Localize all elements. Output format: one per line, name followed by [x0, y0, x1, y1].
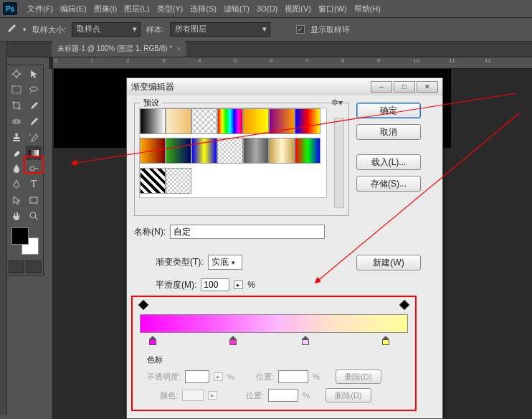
load-button[interactable]: 载入(L)...: [356, 154, 421, 170]
opacity-stops-row[interactable]: [140, 301, 408, 311]
move-tool[interactable]: [9, 67, 24, 81]
pen-tool[interactable]: [9, 177, 24, 192]
menu-image[interactable]: 图像(I): [91, 2, 120, 16]
svg-rect-5: [29, 150, 39, 156]
preset-thumb[interactable]: [243, 138, 269, 164]
opacity-stop[interactable]: [401, 301, 408, 309]
path-select-tool[interactable]: [9, 193, 24, 207]
preset-thumb[interactable]: [269, 108, 295, 134]
save-button[interactable]: 存储(S)...: [356, 176, 421, 192]
lasso-tool[interactable]: [26, 83, 42, 97]
preset-thumb[interactable]: [191, 108, 217, 134]
menu-edit[interactable]: 编辑(E): [57, 2, 90, 16]
menu-select[interactable]: 选择(S): [187, 2, 219, 16]
standard-mode-button[interactable]: [9, 260, 24, 273]
preset-thumb[interactable]: [269, 138, 295, 164]
foreground-color[interactable]: [11, 227, 29, 245]
stamp-tool[interactable]: [9, 130, 24, 144]
dodge-tool[interactable]: [26, 161, 42, 176]
sample-select[interactable]: 所有图层: [170, 22, 270, 37]
new-button[interactable]: 新建(W): [356, 255, 421, 270]
maximize-button[interactable]: □: [394, 81, 415, 93]
color-swatches[interactable]: [9, 225, 42, 256]
color-swatch-field: [182, 390, 204, 401]
document-tab[interactable]: 未标题-1 @ 100% (图层 1, RGB/8) * ×: [52, 41, 186, 57]
marquee-tool[interactable]: [9, 83, 24, 97]
smoothness-slider-icon[interactable]: ▸: [234, 281, 243, 289]
preset-thumb[interactable]: [140, 138, 166, 164]
gradient-tool[interactable]: [26, 146, 42, 160]
healing-tool[interactable]: [9, 114, 24, 128]
svg-rect-7: [30, 197, 37, 203]
eraser-tool[interactable]: [9, 146, 24, 160]
color-pos-label: 位置:: [246, 390, 264, 401]
preset-thumb[interactable]: [295, 138, 320, 164]
gradient-editor-dialog: 渐变编辑器 ─ □ ✕ 预设 ✲▾ 名称(N): 渐变类型(T): 实底: [126, 77, 443, 419]
menu-3d[interactable]: 3D(D): [254, 3, 280, 14]
zoom-tool[interactable]: [26, 209, 42, 223]
sample-label: 样本:: [146, 24, 164, 35]
menu-window[interactable]: 窗口(W): [315, 2, 350, 16]
menu-file[interactable]: 文件(F): [24, 2, 56, 16]
opacity-pos-label: 位置:: [256, 372, 274, 382]
blur-tool[interactable]: [9, 161, 24, 176]
preset-thumb[interactable]: [217, 108, 243, 134]
menu-filter[interactable]: 滤镜(T): [221, 2, 252, 16]
smoothness-label: 平滑度(M):: [156, 279, 196, 291]
color-stop[interactable]: [382, 336, 391, 346]
name-input[interactable]: [170, 225, 325, 239]
cancel-button[interactable]: 取消: [356, 124, 421, 140]
minimize-button[interactable]: ─: [371, 81, 392, 93]
type-select[interactable]: 实底: [208, 255, 242, 270]
type-label: 渐变类型(T):: [156, 256, 204, 268]
close-button[interactable]: ✕: [417, 81, 438, 93]
preset-thumb[interactable]: [140, 168, 166, 194]
svg-point-8: [30, 212, 36, 218]
sample-size-select[interactable]: 取样点: [72, 22, 141, 37]
presets-label: 预设: [141, 98, 162, 108]
menu-help[interactable]: 帮助(H): [351, 2, 384, 16]
color-stops-row[interactable]: [140, 336, 408, 349]
preset-thumb[interactable]: [140, 108, 166, 134]
arrow-tool[interactable]: [26, 67, 42, 81]
color-stop[interactable]: [302, 336, 310, 346]
color-stop[interactable]: [229, 336, 238, 346]
type-tool[interactable]: T: [26, 177, 42, 192]
color-pos-field: [268, 389, 298, 402]
menu-bar: Ps 文件(F) 编辑(E) 图像(I) 图层(L) 类型(Y) 选择(S) 滤…: [0, 0, 532, 17]
preset-thumb[interactable]: [191, 138, 217, 164]
vertical-ruler: [49, 69, 53, 419]
preset-thumb[interactable]: [166, 168, 191, 194]
eyedropper-tool[interactable]: [26, 98, 42, 113]
preset-thumb[interactable]: [217, 138, 243, 164]
opacity-stop[interactable]: [140, 301, 147, 309]
preset-thumb[interactable]: [166, 108, 191, 134]
preset-scrollbar[interactable]: [334, 118, 344, 208]
ok-button[interactable]: 确定: [356, 103, 421, 118]
dialog-titlebar[interactable]: 渐变编辑器 ─ □ ✕: [127, 78, 442, 95]
color-stop[interactable]: [149, 336, 158, 346]
crop-tool[interactable]: [9, 98, 24, 113]
document-tab-title: 未标题-1 @ 100% (图层 1, RGB/8) *: [57, 44, 172, 54]
smoothness-input[interactable]: [201, 278, 229, 291]
quickmask-mode-button[interactable]: [26, 260, 42, 273]
menu-type[interactable]: 类型(Y): [154, 2, 186, 16]
horizontal-ruler: 0123456789101112: [53, 57, 532, 69]
close-tab-icon[interactable]: ×: [176, 45, 181, 53]
dropdown-icon[interactable]: ▾: [23, 26, 27, 33]
preset-thumb[interactable]: [166, 138, 191, 164]
menu-view[interactable]: 视图(V): [282, 2, 314, 16]
shape-tool[interactable]: [26, 193, 42, 207]
history-brush-tool[interactable]: [26, 130, 42, 144]
show-ring-checkbox[interactable]: ✓: [296, 25, 305, 34]
svg-point-4: [17, 121, 19, 123]
presets-menu-icon[interactable]: ✲▾: [331, 98, 343, 108]
preset-thumb[interactable]: [295, 108, 320, 134]
svg-rect-0: [12, 86, 21, 93]
brush-tool[interactable]: [26, 114, 42, 128]
menu-layer[interactable]: 图层(L): [121, 2, 152, 16]
toolbox: T: [6, 65, 44, 276]
svg-point-3: [14, 121, 16, 123]
hand-tool[interactable]: [9, 209, 24, 223]
preset-thumb[interactable]: [243, 108, 269, 134]
